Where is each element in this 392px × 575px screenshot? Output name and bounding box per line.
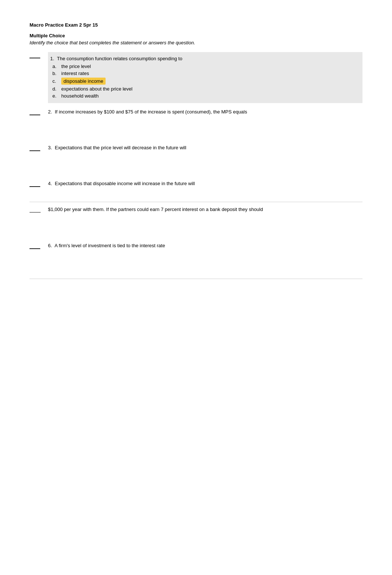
question-5-block: $1,000 per year with them. If the partne… bbox=[30, 207, 362, 213]
answer-1e-letter: e. bbox=[52, 93, 60, 99]
question-3-blank[interactable]: ____ bbox=[30, 146, 44, 151]
question-6-content: 6. A firm's level of investment is tied … bbox=[48, 243, 362, 248]
question-4-text: Expectations that disposable income will… bbox=[55, 181, 195, 186]
question-3-number: 3. bbox=[48, 145, 52, 150]
question-1-number: 1. bbox=[50, 56, 54, 61]
answer-1a-text: the price level bbox=[61, 64, 91, 69]
question-6-number: 6. bbox=[48, 243, 52, 248]
question-6-blank[interactable]: ____ bbox=[30, 244, 44, 249]
question-4-number: 4. bbox=[48, 181, 52, 186]
answer-1e: e. household wealth bbox=[50, 92, 360, 99]
answer-1c: c. disposable income bbox=[50, 77, 360, 85]
divider-1 bbox=[30, 202, 362, 202]
question-5-blank-line bbox=[30, 207, 41, 212]
answer-1c-letter: c. bbox=[52, 78, 60, 84]
answer-1c-text: disposable income bbox=[61, 78, 106, 85]
question-3-block: ____ 3. Expectations that the price leve… bbox=[30, 145, 362, 151]
page-title: Macro Practice Exam 2 Spr 15 bbox=[30, 22, 362, 28]
question-1-content: 1. The consumption function relates cons… bbox=[48, 52, 362, 103]
question-4-blank[interactable]: ____ bbox=[30, 181, 44, 187]
divider-bottom bbox=[30, 279, 362, 279]
question-4-content: 4. Expectations that disposable income w… bbox=[48, 181, 362, 186]
answer-1b: b. interest rates bbox=[50, 70, 360, 77]
question-1-text: The consumption function relates consump… bbox=[57, 56, 182, 61]
question-4-block: ____ 4. Expectations that disposable inc… bbox=[30, 181, 362, 187]
question-5-blank[interactable] bbox=[30, 207, 44, 213]
answer-1b-letter: b. bbox=[52, 71, 60, 76]
section-subtitle: Identify the choice that best completes … bbox=[30, 40, 362, 45]
answer-1d: d. expectations about the price level bbox=[50, 85, 360, 92]
question-6-block: ____ 6. A firm's level of investment is … bbox=[30, 243, 362, 249]
question-3-text: Expectations that the price level will d… bbox=[55, 145, 186, 150]
question-5-text: $1,000 per year with them. If the partne… bbox=[48, 207, 263, 212]
question-3-content: 3. Expectations that the price level wil… bbox=[48, 145, 362, 150]
answer-1a-letter: a. bbox=[52, 64, 60, 69]
question-6-text: A firm's level of investment is tied to … bbox=[55, 243, 165, 248]
answer-1b-text: interest rates bbox=[61, 71, 89, 76]
question-2-text: If income increases by $100 and $75 of t… bbox=[55, 109, 247, 115]
question-1-block: ____ 1. The consumption function relates… bbox=[30, 52, 362, 103]
section-title: Multiple Choice bbox=[30, 33, 362, 38]
question-1-blank[interactable]: ____ bbox=[30, 53, 44, 58]
answer-1d-letter: d. bbox=[52, 86, 60, 92]
question-1-answers: a. the price level b. interest rates c. … bbox=[48, 63, 362, 101]
question-2-number: 2. bbox=[48, 109, 52, 115]
answer-1d-text: expectations about the price level bbox=[61, 86, 133, 92]
answer-1e-text: household wealth bbox=[61, 93, 99, 99]
question-2-block: ____ 2. If income increases by $100 and … bbox=[30, 109, 362, 115]
question-2-blank[interactable]: ____ bbox=[30, 110, 44, 115]
question-2-content: 2. If income increases by $100 and $75 o… bbox=[48, 109, 362, 115]
question-5-content: $1,000 per year with them. If the partne… bbox=[48, 207, 362, 212]
answer-1a: a. the price level bbox=[50, 63, 360, 70]
